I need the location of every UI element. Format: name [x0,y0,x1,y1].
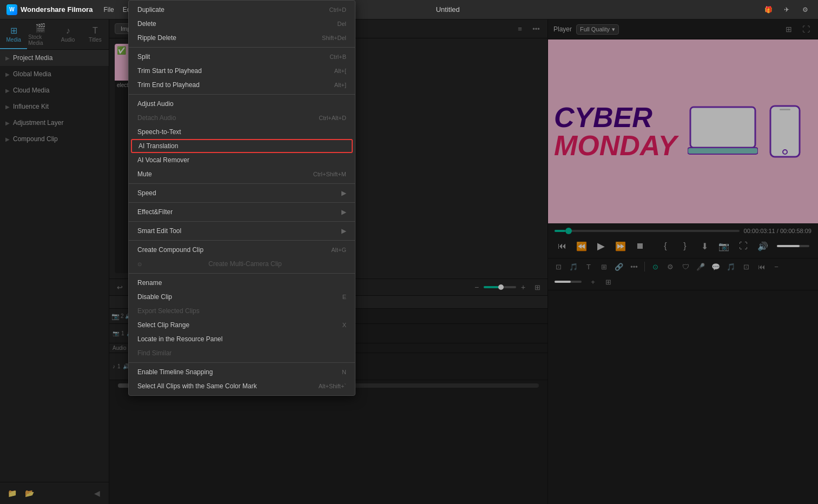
shield-icon[interactable]: 🛡 [680,261,691,273]
music2-icon[interactable]: 🎵 [725,261,737,273]
cm-find-similar[interactable]: Find Similar [129,346,355,360]
record-icon[interactable]: ⊙ [649,261,661,273]
cm-duplicate[interactable]: Duplicate Ctrl+D [129,3,355,17]
fullscreen-icon[interactable]: ⛶ [736,238,751,254]
sidebar-bottom-icons: 📁 📂 ◀ [0,482,109,504]
cm-disable-shortcut: E [342,294,346,300]
zoom-slider[interactable] [484,286,516,288]
topbar: W Wondershare Filmora File Edit Untitled… [0,0,818,19]
cm-create-compound[interactable]: Create Compound Clip Alt+G [129,243,355,257]
cm-rename[interactable]: Rename [129,276,355,290]
cm-trim-start[interactable]: Trim Start to Playhead Alt+[ [129,64,355,78]
new-folder-icon[interactable]: 📂 [23,487,36,500]
snapshot-icon[interactable]: 📷 [716,238,731,254]
stop-icon[interactable]: ⏹ [632,238,648,254]
progress-bar-container: 00:00:03:11 / 00:00:58:09 [555,228,812,234]
sidebar-item-global-media[interactable]: ▶ Global Media [0,66,109,82]
volume-icon[interactable]: 🔊 [755,238,770,254]
cm-delete-shortcut: Del [337,21,346,27]
cm-adjust-audio[interactable]: Adjust Audio [129,97,355,111]
cm-ai-vocal-remover[interactable]: AI Vocal Remover [129,153,355,167]
skip-back-icon[interactable]: ⏮ [555,238,570,254]
quality-select[interactable]: Full Quality ▾ [576,24,619,35]
cm-trim-start-label: Trim Start to Playhead [137,67,202,75]
collapse-icon[interactable]: ◀ [90,487,103,500]
sidebar-item-project-media[interactable]: ▶ Project Media [0,50,109,66]
gift-icon[interactable]: 🎁 [762,3,775,16]
sidebar-item-compound-clip[interactable]: ▶ Compound Clip [0,131,109,147]
cyber-monday-graphic: CYBER MONDAY [548,92,818,170]
fit-icon[interactable]: ⛶ [800,23,813,36]
settings2-icon[interactable]: ⚙ [664,261,676,273]
grid-icon[interactable]: ⊞ [531,281,543,293]
cm-detach-audio[interactable]: Detach Audio Ctrl+Alt+D [129,111,355,125]
link-icon[interactable]: 🔗 [613,261,625,273]
tab-titles[interactable]: T Titles [82,19,109,49]
cm-effect-filter[interactable]: Effect&Filter ▶ [129,205,355,219]
caption-icon[interactable]: ⊞ [598,261,610,273]
grid-view-icon[interactable]: ⊞ [782,23,795,36]
text-icon[interactable]: T [583,261,595,273]
mark-out-icon[interactable]: } [677,238,692,254]
cm-enable-snapping[interactable]: Enable Timeline Snapping N [129,365,355,379]
zoom-in-icon[interactable]: + [518,282,528,292]
cm-smart-edit[interactable]: Smart Edit Tool ▶ [129,224,355,238]
progress-bar[interactable] [555,230,740,232]
step-forward-icon[interactable]: ⏩ [613,238,628,254]
cm-create-multicam[interactable]: ⊙ Create Multi-Camera Clip [129,257,355,271]
more2-icon[interactable]: ••• [628,261,640,273]
subtitle-icon[interactable]: 💬 [710,261,722,273]
tab-stock-media[interactable]: 🎬 Stock Media [27,19,54,49]
play-button[interactable]: ▶ [593,238,609,254]
cm-sep3 [129,183,355,184]
zoom-out-icon[interactable]: − [472,282,481,292]
sidebar-item-adjustment-layer[interactable]: ▶ Adjustment Layer [0,115,109,131]
total-time: 00:00:58:09 [780,228,812,234]
rewind-icon[interactable]: ⏮ [755,261,767,273]
sidebar-item-influence-kit[interactable]: ▶ Influence Kit [0,98,109,115]
cm-disable-clip[interactable]: Disable Clip E [129,290,355,304]
cm-mute[interactable]: Mute Ctrl+Shift+M [129,167,355,181]
cm-locate-resource[interactable]: Locate in the Resource Panel [129,332,355,346]
more-options-icon[interactable]: ••• [530,23,542,35]
phone-graphic [769,104,801,158]
plus-icon[interactable]: + [587,276,599,288]
send-icon[interactable]: ✈ [780,3,793,16]
progress-thumb[interactable] [565,228,572,234]
cm-ai-vocal-label: AI Vocal Remover [137,156,189,164]
cm-speed[interactable]: Speed ▶ [129,186,355,200]
mark-in-icon[interactable]: { [658,238,673,254]
cm-export-clips[interactable]: Export Selected Clips [129,304,355,318]
cm-split-shortcut: Ctrl+B [329,54,346,60]
sidebar-item-cloud-media[interactable]: ▶ Cloud Media [0,82,109,98]
filter-icon[interactable]: ≡ [514,23,526,35]
add-folder-icon[interactable]: 📁 [5,487,18,500]
tab-audio[interactable]: ♪ Audio [55,19,82,49]
svg-rect-3 [695,112,750,143]
settings-icon[interactable]: ⚙ [799,3,812,16]
insert-icon[interactable]: ⬇ [697,238,712,254]
cm-delete[interactable]: Delete Del [129,17,355,31]
undo-icon[interactable]: ↩ [114,281,126,293]
mic-icon[interactable]: 🎤 [695,261,707,273]
cm-ripple-delete[interactable]: Ripple Delete Shift+Del [129,31,355,45]
tab-media[interactable]: ⊞ Media [0,19,27,49]
cm-stt-label: Speech-to-Text [137,128,181,136]
audio2-icon[interactable]: 🎵 [568,261,579,273]
zoom-thumb[interactable] [498,284,504,290]
cm-split[interactable]: Split Ctrl+B [129,50,355,64]
crop2-icon[interactable]: ⊡ [740,261,752,273]
effect-slider[interactable] [555,281,582,283]
cm-select-range[interactable]: Select Clip Range X [129,318,355,332]
nav-tabs: ⊞ Media 🎬 Stock Media ♪ Audio T Titles [0,19,109,50]
grid2-icon[interactable]: ⊞ [602,276,614,288]
volume-slider[interactable] [777,245,809,247]
minus-icon[interactable]: − [770,261,782,273]
step-back-icon[interactable]: ⏪ [574,238,589,254]
cm-speech-to-text[interactable]: Speech-to-Text [129,125,355,139]
cm-trim-end[interactable]: Trim End to Playhead Alt+] [129,78,355,92]
cm-ai-translation[interactable]: AI Translation [131,139,353,153]
cm-select-color-mark[interactable]: Select All Clips with the Same Color Mar… [129,379,355,393]
menu-file[interactable]: File [103,6,114,14]
blend-icon[interactable]: ⊡ [552,261,564,273]
